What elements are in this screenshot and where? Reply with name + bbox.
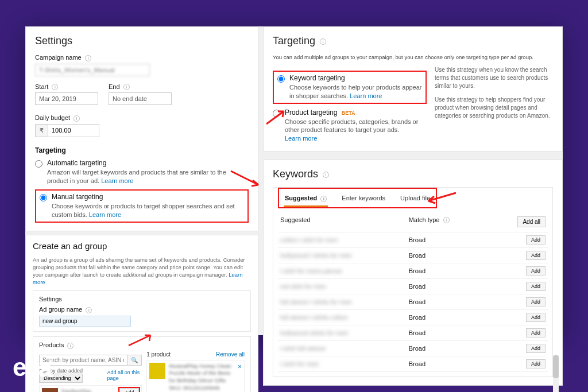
keyword-text: t shirt full sleeve <box>280 345 326 352</box>
keyword-text: t shirt for mens pieces <box>280 267 342 274</box>
highlight-keyword-targeting: Keyword targeting Choose keywords to hel… <box>273 71 427 104</box>
keyword-row: cotton t shirt for menBroadAdd <box>278 232 548 248</box>
auto-targeting-title: Automatic targeting <box>47 159 249 167</box>
adgroup-settings-heading: Settings <box>39 296 245 302</box>
add-keyword-button[interactable]: Add <box>526 344 546 353</box>
add-all-on-page-link[interactable]: Add all on this page <box>107 370 142 381</box>
learn-more-link[interactable]: Learn more <box>350 92 382 99</box>
targeting-heading: Targeting <box>273 35 315 46</box>
keyword-targeting-radio[interactable] <box>277 75 285 83</box>
add-keyword-button[interactable]: Add <box>526 282 546 291</box>
auto-targeting-radio[interactable] <box>35 160 42 168</box>
campaign-name-input[interactable] <box>35 64 150 76</box>
selected-product-card: MusicalPlay Honey Clean Puzzle Music of … <box>146 360 245 392</box>
tab-upload-file[interactable]: Upload file <box>399 191 431 207</box>
keyword-text: hollywood t shirts for men <box>280 252 352 259</box>
keyword-row: hollywood t shirts for menBroadAdd <box>278 248 548 263</box>
aside-product-strategy: Use this strategy to help shoppers find … <box>435 96 553 120</box>
start-label: Start <box>35 83 48 90</box>
add-keyword-button[interactable]: Add <box>526 235 546 244</box>
keyword-row: t shirt full sleeveBroadAdd <box>278 341 548 356</box>
keyword-row: red shirt for menBroadAdd <box>278 279 548 294</box>
selected-count: 1 product <box>146 351 171 358</box>
product-targeting-radio[interactable] <box>273 110 280 117</box>
match-type: Broad <box>409 329 516 336</box>
product-targeting-title: Product targeting <box>285 108 337 117</box>
manual-targeting-desc: Choose keywords or products to target sh… <box>52 203 235 218</box>
keyword-text: red shirt for men <box>280 283 326 290</box>
product-targeting-desc: Choose specific products, categories, br… <box>285 118 418 134</box>
keywords-heading: Keywords <box>273 168 318 180</box>
right-column: Targeting i You can add multiple ad grou… <box>263 26 563 335</box>
scrollbar-track[interactable] <box>553 355 559 392</box>
keyword-rows-container: cotton t shirt for menBroadAddhollywood … <box>278 232 548 372</box>
highlight-keyword-tabs: Suggested i Enter keywords Upload file <box>278 188 437 208</box>
manual-targeting-title: Manual targeting <box>52 193 244 201</box>
info-icon: i <box>323 172 329 178</box>
add-product-button[interactable]: Add <box>119 388 139 392</box>
ad-group-panel: Create an ad group An ad group is a grou… <box>25 235 258 392</box>
keyword-text: hollywood shirts for men <box>280 329 349 336</box>
add-keyword-button[interactable]: Add <box>526 328 546 337</box>
scrollbar-thumb[interactable] <box>553 355 559 378</box>
keywords-panel: Keywords i Suggested i Enter keywords Up… <box>263 160 563 386</box>
add-keyword-button[interactable]: Add <box>526 297 546 306</box>
product-card: PantherPlay Basketballs Colourway 2 in 1… <box>39 385 142 392</box>
search-button[interactable]: 🔍 <box>127 355 142 366</box>
adgroup-name-label: Ad group name <box>39 306 82 313</box>
learn-more-link[interactable]: Learn more <box>285 135 317 142</box>
tab-suggested[interactable]: Suggested i <box>284 191 328 207</box>
settings-panel: Settings Campaign name i Start i End <box>25 26 258 231</box>
info-icon: i <box>320 38 326 45</box>
info-icon: i <box>52 84 58 90</box>
highlight-manual-targeting: Manual targeting Choose keywords or prod… <box>35 189 249 223</box>
keyword-text: cotton t shirt for men <box>280 236 338 243</box>
add-keyword-button[interactable]: Add <box>526 251 546 260</box>
beta-badge: BETA <box>342 110 355 116</box>
match-type: Broad <box>409 283 516 290</box>
targeting-panel: Targeting i You can add multiple ad grou… <box>263 26 563 152</box>
currency-symbol: ₹ <box>35 124 48 137</box>
col-match-type: Match type <box>409 216 440 223</box>
add-keyword-button[interactable]: Add <box>526 266 546 275</box>
learn-more-link[interactable]: Learn more <box>89 211 121 218</box>
budget-label: Daily budget <box>35 114 70 121</box>
adgroup-name-input[interactable] <box>39 316 131 327</box>
end-date-input[interactable] <box>109 92 172 105</box>
match-type: Broad <box>409 236 516 243</box>
search-icon: 🔍 <box>131 357 138 363</box>
learn-more-link[interactable]: Learn more <box>101 177 133 184</box>
match-type: Broad <box>409 345 516 352</box>
info-icon: i <box>85 55 91 61</box>
add-keyword-button[interactable]: Add <box>526 313 546 322</box>
eva-logo: eva <box>13 354 51 383</box>
manual-targeting-radio[interactable] <box>40 194 47 201</box>
left-column: Settings Campaign name i Start i End <box>25 26 258 335</box>
match-type: Broad <box>409 252 516 259</box>
keyword-row: full sleeve t shirts cottonBroadAdd <box>278 310 548 325</box>
ad-group-desc: An ad group is a group of ads sharing th… <box>33 257 245 278</box>
settings-heading: Settings <box>35 35 249 47</box>
add-all-button[interactable]: Add all <box>517 216 546 227</box>
keyword-targeting-title: Keyword targeting <box>289 74 422 82</box>
info-icon: i <box>320 196 327 202</box>
end-label: End <box>109 83 120 90</box>
keyword-row: full sleeve t shirts for menBroadAdd <box>278 294 548 310</box>
remove-item-icon[interactable]: × <box>238 363 242 371</box>
budget-input[interactable] <box>48 124 99 137</box>
add-keyword-button[interactable]: Add <box>526 359 546 368</box>
targeting-intro: You can add multiple ad groups to your c… <box>273 54 553 61</box>
product-title: PantherPlay Basketballs Colourway 2 in 1 <box>61 388 116 392</box>
info-icon: i <box>443 217 450 223</box>
match-type: Broad <box>409 267 516 274</box>
keyword-text: full sleeve t shirts for men <box>280 298 352 305</box>
product-search-input[interactable] <box>39 355 127 366</box>
match-type: Broad <box>409 314 516 321</box>
product-thumbnail <box>42 388 58 392</box>
remove-all-link[interactable]: Remove all <box>216 351 245 358</box>
tab-enter-keywords[interactable]: Enter keywords <box>341 191 386 207</box>
info-icon: i <box>74 115 80 122</box>
start-date-input[interactable] <box>35 92 98 105</box>
col-suggested: Suggested <box>280 216 409 227</box>
info-icon: i <box>67 343 74 349</box>
